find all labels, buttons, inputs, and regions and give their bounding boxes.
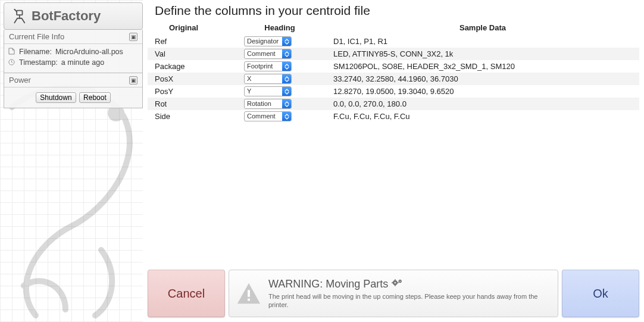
- chevron-updown-icon: [282, 112, 291, 121]
- svg-rect-7: [248, 299, 250, 301]
- chevron-updown-icon: [282, 99, 291, 108]
- sample-data-cell: SM1206POL, SO8E, HEADER_3x2_SMD_1, SM120: [333, 62, 632, 71]
- filename-value: MicroArduino-all.pos: [55, 48, 123, 56]
- svg-line-3: [14, 10, 17, 12]
- original-column-name: Val: [155, 49, 244, 58]
- header-heading: Heading: [244, 23, 333, 32]
- heading-select-value: Comment: [245, 112, 282, 121]
- original-column-name: Side: [155, 112, 244, 121]
- column-mapping-row: ValCommentLED, ATTINY85-S, CONN_3X2, 1k: [148, 48, 639, 60]
- heading-select-value: X: [245, 74, 282, 83]
- timestamp-value: a minute ago: [61, 58, 104, 67]
- svg-rect-6: [248, 290, 250, 297]
- sidebar-decorative-art: [0, 71, 143, 321]
- heading-select[interactable]: Y: [244, 86, 292, 96]
- reboot-button[interactable]: Reboot: [79, 92, 111, 103]
- sample-data-cell: LED, ATTINY85-S, CONN_3X2, 1k: [333, 49, 632, 58]
- svg-point-15: [400, 280, 401, 282]
- timestamp-label: Timestamp:: [19, 58, 58, 67]
- heading-select-value: Rotation: [245, 99, 282, 108]
- brand-title: BotFactory: [32, 8, 101, 24]
- heading-select-value: Designator: [245, 37, 282, 46]
- robot-icon: [9, 7, 27, 25]
- warning-banner: WARNING: Moving Parts The print head wil…: [229, 270, 558, 317]
- original-column-name: PosX: [155, 74, 244, 83]
- file-info-title: Current File Info: [9, 32, 64, 41]
- header-sample: Sample Data: [333, 23, 632, 32]
- column-mapping-row: PackageFootprintSM1206POL, SO8E, HEADER_…: [148, 60, 639, 73]
- power-title: Power: [9, 76, 31, 85]
- cancel-button[interactable]: Cancel: [148, 270, 225, 317]
- header-original: Original: [155, 23, 244, 32]
- collapse-toggle[interactable]: ▣: [129, 76, 137, 85]
- collapse-toggle[interactable]: ▣: [129, 33, 137, 41]
- warning-icon: [235, 280, 262, 307]
- file-icon: [8, 48, 15, 56]
- column-mapping-row: SideCommentF.Cu, F.Cu, F.Cu, F.Cu: [148, 110, 639, 123]
- original-column-name: PosY: [155, 87, 244, 96]
- column-mapping-row: RotRotation0.0, 0.0, 270.0, 180.0: [148, 98, 639, 110]
- svg-rect-2: [17, 11, 22, 15]
- chevron-updown-icon: [282, 37, 291, 46]
- svg-point-9: [395, 282, 396, 283]
- heading-select[interactable]: Comment: [244, 111, 292, 121]
- column-mapping-row: RefDesignatorD1, IC1, P1, R1: [148, 35, 639, 48]
- chevron-updown-icon: [282, 74, 291, 83]
- warning-title: WARNING: Moving Parts: [268, 278, 388, 290]
- heading-select[interactable]: X: [244, 74, 292, 84]
- file-info-panel: Current File Info ▣ Filename: MicroArdui…: [4, 30, 143, 73]
- column-mapping-row: PosYY12.8270, 19.0500, 19.3040, 9.6520: [148, 85, 639, 98]
- gears-icon: [392, 278, 404, 290]
- column-header-row: Original Heading Sample Data: [148, 21, 639, 34]
- chevron-updown-icon: [282, 49, 291, 58]
- sample-data-cell: 12.8270, 19.0500, 19.3040, 9.6520: [333, 87, 632, 96]
- svg-rect-11: [395, 285, 396, 286]
- shutdown-button[interactable]: Shutdown: [36, 92, 76, 103]
- warning-body: The print head will be moving in the up …: [268, 290, 552, 310]
- sample-data-cell: D1, IC1, P1, R1: [333, 37, 632, 46]
- filename-label: Filename:: [19, 48, 52, 56]
- power-panel: Power ▣ Shutdown Reboot: [4, 73, 143, 108]
- chevron-updown-icon: [282, 87, 291, 96]
- chevron-updown-icon: [282, 62, 291, 71]
- ok-button[interactable]: Ok: [562, 270, 639, 317]
- sample-data-cell: F.Cu, F.Cu, F.Cu, F.Cu: [333, 112, 632, 121]
- sample-data-cell: 0.0, 0.0, 270.0, 180.0: [333, 99, 632, 108]
- heading-select-value: Footprint: [245, 62, 282, 71]
- original-column-name: Rot: [155, 99, 244, 108]
- page-title: Define the columns in your centroid file: [148, 2, 639, 21]
- heading-select[interactable]: Footprint: [244, 61, 292, 71]
- heading-select[interactable]: Designator: [244, 36, 292, 46]
- heading-select[interactable]: Comment: [244, 49, 292, 59]
- svg-rect-13: [398, 282, 399, 283]
- original-column-name: Package: [155, 62, 244, 71]
- heading-select-value: Y: [245, 87, 282, 96]
- svg-rect-12: [392, 282, 393, 283]
- original-column-name: Ref: [155, 37, 244, 46]
- svg-rect-10: [395, 279, 396, 281]
- heading-select[interactable]: Rotation: [244, 99, 292, 109]
- sample-data-cell: 33.2740, 32.2580, 44.1960, 36.7030: [333, 74, 632, 83]
- brand-header: BotFactory: [4, 2, 143, 30]
- clock-icon: [8, 59, 15, 67]
- heading-select-value: Comment: [245, 49, 282, 58]
- column-mapping-row: PosXX33.2740, 32.2580, 44.1960, 36.7030: [148, 73, 639, 85]
